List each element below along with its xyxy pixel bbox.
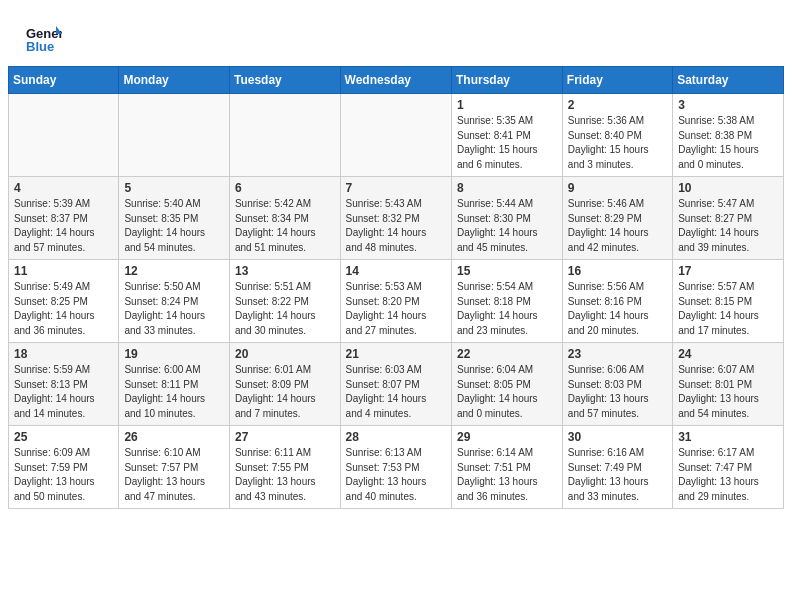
day-info: Sunrise: 6:00 AM Sunset: 8:11 PM Dayligh… [124, 363, 224, 421]
day-info: Sunrise: 6:14 AM Sunset: 7:51 PM Dayligh… [457, 446, 557, 504]
day-cell: 12Sunrise: 5:50 AM Sunset: 8:24 PM Dayli… [119, 260, 230, 343]
day-number: 10 [678, 181, 778, 195]
day-number: 19 [124, 347, 224, 361]
day-cell: 1Sunrise: 5:35 AM Sunset: 8:41 PM Daylig… [451, 94, 562, 177]
week-row-4: 18Sunrise: 5:59 AM Sunset: 8:13 PM Dayli… [9, 343, 784, 426]
day-info: Sunrise: 5:46 AM Sunset: 8:29 PM Dayligh… [568, 197, 667, 255]
day-info: Sunrise: 6:13 AM Sunset: 7:53 PM Dayligh… [346, 446, 446, 504]
day-number: 21 [346, 347, 446, 361]
day-number: 17 [678, 264, 778, 278]
day-number: 25 [14, 430, 113, 444]
day-number: 20 [235, 347, 335, 361]
day-cell: 26Sunrise: 6:10 AM Sunset: 7:57 PM Dayli… [119, 426, 230, 509]
day-number: 9 [568, 181, 667, 195]
day-number: 26 [124, 430, 224, 444]
day-cell: 25Sunrise: 6:09 AM Sunset: 7:59 PM Dayli… [9, 426, 119, 509]
day-cell: 10Sunrise: 5:47 AM Sunset: 8:27 PM Dayli… [673, 177, 784, 260]
day-info: Sunrise: 5:59 AM Sunset: 8:13 PM Dayligh… [14, 363, 113, 421]
day-cell: 18Sunrise: 5:59 AM Sunset: 8:13 PM Dayli… [9, 343, 119, 426]
svg-text:Blue: Blue [26, 39, 54, 54]
weekday-header-row: SundayMondayTuesdayWednesdayThursdayFrid… [9, 67, 784, 94]
day-info: Sunrise: 5:42 AM Sunset: 8:34 PM Dayligh… [235, 197, 335, 255]
day-cell [340, 94, 451, 177]
day-cell: 8Sunrise: 5:44 AM Sunset: 8:30 PM Daylig… [451, 177, 562, 260]
day-number: 7 [346, 181, 446, 195]
day-cell: 7Sunrise: 5:43 AM Sunset: 8:32 PM Daylig… [340, 177, 451, 260]
day-number: 11 [14, 264, 113, 278]
day-cell: 29Sunrise: 6:14 AM Sunset: 7:51 PM Dayli… [451, 426, 562, 509]
day-info: Sunrise: 6:11 AM Sunset: 7:55 PM Dayligh… [235, 446, 335, 504]
weekday-header-wednesday: Wednesday [340, 67, 451, 94]
day-cell: 6Sunrise: 5:42 AM Sunset: 8:34 PM Daylig… [229, 177, 340, 260]
day-number: 6 [235, 181, 335, 195]
week-row-2: 4Sunrise: 5:39 AM Sunset: 8:37 PM Daylig… [9, 177, 784, 260]
day-info: Sunrise: 6:09 AM Sunset: 7:59 PM Dayligh… [14, 446, 113, 504]
day-number: 29 [457, 430, 557, 444]
day-info: Sunrise: 6:06 AM Sunset: 8:03 PM Dayligh… [568, 363, 667, 421]
day-info: Sunrise: 5:49 AM Sunset: 8:25 PM Dayligh… [14, 280, 113, 338]
day-number: 13 [235, 264, 335, 278]
day-cell: 27Sunrise: 6:11 AM Sunset: 7:55 PM Dayli… [229, 426, 340, 509]
day-cell: 16Sunrise: 5:56 AM Sunset: 8:16 PM Dayli… [562, 260, 672, 343]
weekday-header-thursday: Thursday [451, 67, 562, 94]
day-number: 14 [346, 264, 446, 278]
day-info: Sunrise: 5:38 AM Sunset: 8:38 PM Dayligh… [678, 114, 778, 172]
day-cell: 22Sunrise: 6:04 AM Sunset: 8:05 PM Dayli… [451, 343, 562, 426]
day-info: Sunrise: 5:51 AM Sunset: 8:22 PM Dayligh… [235, 280, 335, 338]
day-number: 30 [568, 430, 667, 444]
day-info: Sunrise: 5:39 AM Sunset: 8:37 PM Dayligh… [14, 197, 113, 255]
day-number: 15 [457, 264, 557, 278]
day-number: 12 [124, 264, 224, 278]
day-info: Sunrise: 5:54 AM Sunset: 8:18 PM Dayligh… [457, 280, 557, 338]
day-info: Sunrise: 5:47 AM Sunset: 8:27 PM Dayligh… [678, 197, 778, 255]
day-info: Sunrise: 6:01 AM Sunset: 8:09 PM Dayligh… [235, 363, 335, 421]
day-number: 8 [457, 181, 557, 195]
day-info: Sunrise: 5:40 AM Sunset: 8:35 PM Dayligh… [124, 197, 224, 255]
day-cell: 23Sunrise: 6:06 AM Sunset: 8:03 PM Dayli… [562, 343, 672, 426]
day-cell: 30Sunrise: 6:16 AM Sunset: 7:49 PM Dayli… [562, 426, 672, 509]
day-cell: 13Sunrise: 5:51 AM Sunset: 8:22 PM Dayli… [229, 260, 340, 343]
day-cell [229, 94, 340, 177]
day-info: Sunrise: 5:50 AM Sunset: 8:24 PM Dayligh… [124, 280, 224, 338]
calendar-table: SundayMondayTuesdayWednesdayThursdayFrid… [8, 66, 784, 509]
day-number: 5 [124, 181, 224, 195]
day-cell: 31Sunrise: 6:17 AM Sunset: 7:47 PM Dayli… [673, 426, 784, 509]
day-info: Sunrise: 6:07 AM Sunset: 8:01 PM Dayligh… [678, 363, 778, 421]
day-info: Sunrise: 5:36 AM Sunset: 8:40 PM Dayligh… [568, 114, 667, 172]
day-cell: 14Sunrise: 5:53 AM Sunset: 8:20 PM Dayli… [340, 260, 451, 343]
day-cell: 21Sunrise: 6:03 AM Sunset: 8:07 PM Dayli… [340, 343, 451, 426]
day-info: Sunrise: 5:44 AM Sunset: 8:30 PM Dayligh… [457, 197, 557, 255]
day-number: 22 [457, 347, 557, 361]
day-number: 3 [678, 98, 778, 112]
day-cell: 3Sunrise: 5:38 AM Sunset: 8:38 PM Daylig… [673, 94, 784, 177]
day-cell [119, 94, 230, 177]
day-cell: 28Sunrise: 6:13 AM Sunset: 7:53 PM Dayli… [340, 426, 451, 509]
day-cell: 9Sunrise: 5:46 AM Sunset: 8:29 PM Daylig… [562, 177, 672, 260]
day-number: 2 [568, 98, 667, 112]
day-cell [9, 94, 119, 177]
day-info: Sunrise: 5:43 AM Sunset: 8:32 PM Dayligh… [346, 197, 446, 255]
day-info: Sunrise: 5:35 AM Sunset: 8:41 PM Dayligh… [457, 114, 557, 172]
day-cell: 2Sunrise: 5:36 AM Sunset: 8:40 PM Daylig… [562, 94, 672, 177]
day-info: Sunrise: 6:16 AM Sunset: 7:49 PM Dayligh… [568, 446, 667, 504]
day-cell: 19Sunrise: 6:00 AM Sunset: 8:11 PM Dayli… [119, 343, 230, 426]
weekday-header-monday: Monday [119, 67, 230, 94]
weekday-header-saturday: Saturday [673, 67, 784, 94]
day-number: 4 [14, 181, 113, 195]
weekday-header-friday: Friday [562, 67, 672, 94]
day-cell: 15Sunrise: 5:54 AM Sunset: 8:18 PM Dayli… [451, 260, 562, 343]
day-cell: 5Sunrise: 5:40 AM Sunset: 8:35 PM Daylig… [119, 177, 230, 260]
day-number: 1 [457, 98, 557, 112]
logo-icon: General Blue [24, 18, 62, 56]
week-row-1: 1Sunrise: 5:35 AM Sunset: 8:41 PM Daylig… [9, 94, 784, 177]
day-info: Sunrise: 6:17 AM Sunset: 7:47 PM Dayligh… [678, 446, 778, 504]
day-number: 31 [678, 430, 778, 444]
day-cell: 24Sunrise: 6:07 AM Sunset: 8:01 PM Dayli… [673, 343, 784, 426]
day-number: 24 [678, 347, 778, 361]
day-number: 18 [14, 347, 113, 361]
day-cell: 17Sunrise: 5:57 AM Sunset: 8:15 PM Dayli… [673, 260, 784, 343]
day-info: Sunrise: 5:56 AM Sunset: 8:16 PM Dayligh… [568, 280, 667, 338]
header: General Blue [0, 0, 792, 66]
day-cell: 4Sunrise: 5:39 AM Sunset: 8:37 PM Daylig… [9, 177, 119, 260]
weekday-header-tuesday: Tuesday [229, 67, 340, 94]
